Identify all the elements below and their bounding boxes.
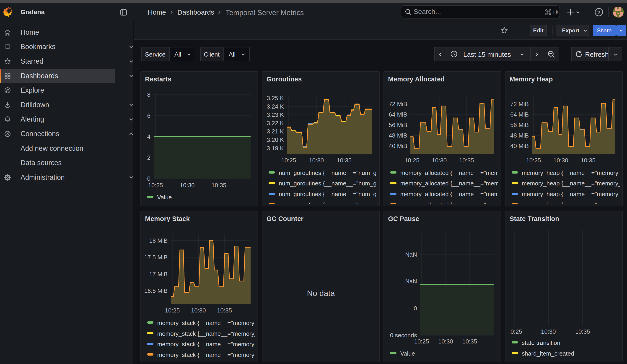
svg-text:10:35: 10:35: [217, 307, 232, 314]
svg-text:?: ?: [597, 10, 601, 15]
svg-text:10:30: 10:30: [180, 182, 195, 189]
svg-text:16.5 MiB: 16.5 MiB: [144, 287, 168, 294]
svg-text:10:35: 10:35: [211, 182, 226, 189]
svg-text:4: 4: [147, 133, 151, 140]
svg-text:10:25: 10:25: [507, 328, 522, 335]
svg-text:10:25: 10:25: [165, 307, 180, 314]
svg-text:NaN: NaN: [405, 278, 417, 284]
svg-text:10:30: 10:30: [541, 328, 556, 335]
svg-text:10:25: 10:25: [414, 338, 429, 345]
svg-text:10:35: 10:35: [575, 328, 590, 335]
svg-text:NaN: NaN: [405, 251, 417, 258]
svg-text:10:30: 10:30: [438, 338, 453, 345]
svg-text:0 seconds: 0 seconds: [390, 332, 417, 339]
svg-text:10:35: 10:35: [462, 338, 477, 345]
svg-text:8: 8: [147, 91, 151, 98]
svg-text:2: 2: [147, 154, 151, 161]
svg-text:17 MiB: 17 MiB: [149, 270, 168, 277]
svg-text:10:25: 10:25: [148, 182, 163, 189]
svg-text:10:30: 10:30: [191, 307, 206, 314]
svg-text:17.5 MiB: 17.5 MiB: [144, 254, 168, 261]
svg-text:0: 0: [414, 305, 417, 312]
svg-text:18 MiB: 18 MiB: [149, 237, 168, 244]
svg-text:0: 0: [147, 175, 151, 182]
svg-text:6: 6: [147, 112, 151, 119]
